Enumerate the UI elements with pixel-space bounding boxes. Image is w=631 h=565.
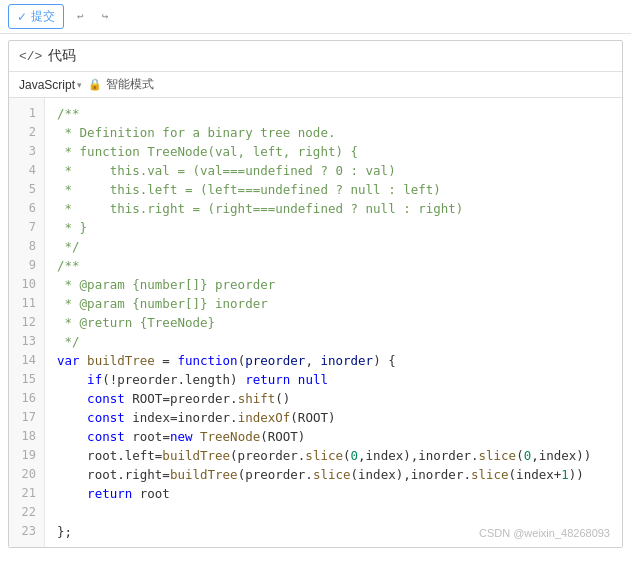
code-line-7: * } — [57, 218, 610, 237]
language-label: JavaScript — [19, 78, 75, 92]
line-num-20: 20 — [9, 465, 44, 484]
line-num-18: 18 — [9, 427, 44, 446]
code-panel-title: 代码 — [48, 47, 76, 65]
smart-mode-indicator: 🔒 智能模式 — [88, 76, 154, 93]
code-line-17: const index=inorder.indexOf(ROOT) — [57, 408, 610, 427]
code-line-16: const ROOT=preorder.shift() — [57, 389, 610, 408]
code-line-2: * Definition for a binary tree node. — [57, 123, 610, 142]
line-num-16: 16 — [9, 389, 44, 408]
line-num-9: 9 — [9, 256, 44, 275]
line-num-14: 14 — [9, 351, 44, 370]
undo-icon[interactable]: ↩ — [72, 7, 89, 26]
code-line-12: * @return {TreeNode} — [57, 313, 610, 332]
line-num-22: 22 — [9, 503, 44, 522]
line-num-4: 4 — [9, 161, 44, 180]
code-line-22 — [57, 503, 610, 522]
code-header: </> 代码 — [9, 41, 622, 72]
code-line-8: */ — [57, 237, 610, 256]
lang-bar: JavaScript ▾ 🔒 智能模式 — [9, 72, 622, 98]
line-num-12: 12 — [9, 313, 44, 332]
line-num-5: 5 — [9, 180, 44, 199]
code-line-19: root.left=buildTree(preorder.slice(0,ind… — [57, 446, 610, 465]
code-line-1: /** — [57, 104, 610, 123]
line-num-2: 2 — [9, 123, 44, 142]
line-num-21: 21 — [9, 484, 44, 503]
line-num-1: 1 — [9, 104, 44, 123]
line-num-13: 13 — [9, 332, 44, 351]
code-line-9: /** — [57, 256, 610, 275]
line-num-19: 19 — [9, 446, 44, 465]
code-panel: </> 代码 JavaScript ▾ 🔒 智能模式 1 2 3 4 5 6 7… — [8, 40, 623, 548]
code-line-21: return root — [57, 484, 610, 503]
code-brackets-icon: </> — [19, 49, 42, 64]
code-line-10: * @param {number[]} preorder — [57, 275, 610, 294]
line-num-11: 11 — [9, 294, 44, 313]
line-num-10: 10 — [9, 275, 44, 294]
smart-mode-label: 智能模式 — [106, 76, 154, 93]
code-line-5: * this.left = (left===undefined ? null :… — [57, 180, 610, 199]
line-num-15: 15 — [9, 370, 44, 389]
watermark: CSDN @weixin_48268093 — [479, 527, 610, 539]
code-line-20: root.right=buildTree(preorder.slice(inde… — [57, 465, 610, 484]
line-num-7: 7 — [9, 218, 44, 237]
submit-label: 提交 — [31, 8, 55, 25]
code-line-11: * @param {number[]} inorder — [57, 294, 610, 313]
language-selector[interactable]: JavaScript ▾ — [19, 78, 82, 92]
submit-icon: ✓ — [17, 10, 27, 24]
code-line-13: */ — [57, 332, 610, 351]
line-num-6: 6 — [9, 199, 44, 218]
code-line-3: * function TreeNode(val, left, right) { — [57, 142, 610, 161]
line-num-3: 3 — [9, 142, 44, 161]
line-numbers: 1 2 3 4 5 6 7 8 9 10 11 12 13 14 15 16 1… — [9, 98, 45, 547]
chevron-down-icon: ▾ — [77, 80, 82, 90]
code-line-14: var buildTree = function(preorder, inord… — [57, 351, 610, 370]
code-line-4: * this.val = (val===undefined ? 0 : val) — [57, 161, 610, 180]
submit-button[interactable]: ✓ 提交 — [8, 4, 64, 29]
line-num-23: 23 — [9, 522, 44, 541]
code-content[interactable]: /** * Definition for a binary tree node.… — [45, 98, 622, 547]
code-body: 1 2 3 4 5 6 7 8 9 10 11 12 13 14 15 16 1… — [9, 98, 622, 547]
redo-icon[interactable]: ↪ — [97, 7, 114, 26]
line-num-8: 8 — [9, 237, 44, 256]
code-line-15: if(!preorder.length) return null — [57, 370, 610, 389]
code-line-6: * this.right = (right===undefined ? null… — [57, 199, 610, 218]
lock-icon: 🔒 — [88, 78, 102, 91]
top-bar: ✓ 提交 ↩ ↪ — [0, 0, 631, 34]
line-num-17: 17 — [9, 408, 44, 427]
code-line-18: const root=new TreeNode(ROOT) — [57, 427, 610, 446]
